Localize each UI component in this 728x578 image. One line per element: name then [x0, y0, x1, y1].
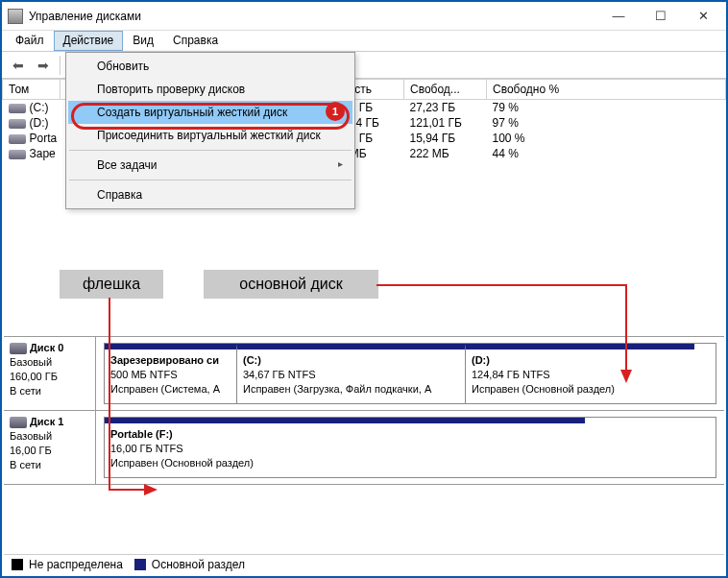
partition-status: Исправен (Основной раздел) [472, 382, 689, 397]
dd-separator [69, 150, 352, 151]
partition-size: 124,84 ГБ NTFS [472, 368, 689, 382]
dd-refresh[interactable]: Обновить [68, 55, 352, 78]
partition-status: Исправен (Система, А [110, 382, 231, 397]
maximize-button[interactable]: ☐ [640, 3, 682, 30]
annotation-badge-1: 1 [326, 102, 345, 121]
partition[interactable]: (C:)34,67 ГБ NTFSИсправен (Загрузка, Фай… [237, 344, 466, 403]
dd-separator [69, 180, 352, 181]
dd-all-tasks[interactable]: Все задачи [68, 154, 352, 177]
partition-status: Исправен (Основной раздел) [110, 456, 579, 470]
legend-label-primary: Основной раздел [152, 558, 245, 571]
minimize-button[interactable]: — [597, 3, 640, 30]
disk-row: Диск 1Базовый16,00 ГБВ сетиPortable (F:)… [4, 411, 724, 485]
disk-size: 160,00 ГБ [10, 371, 58, 382]
disk-name: Диск 0 [30, 342, 63, 353]
dd-help[interactable]: Справка [68, 183, 352, 206]
col-free[interactable]: Свобод... [404, 80, 487, 100]
disk-row: Диск 0Базовый160,00 ГБВ сетиЗарезервиров… [4, 337, 724, 411]
disk-icon [10, 417, 27, 428]
title-bar: Управление дисками — ☐ ✕ [2, 2, 726, 31]
partition-title: Portable (F:) [110, 427, 579, 442]
menu-view[interactable]: Вид [123, 31, 163, 51]
col-pct[interactable]: Свободно % [487, 80, 726, 100]
partition[interactable]: (D:)124,84 ГБ NTFSИсправен (Основной раз… [466, 344, 694, 403]
window-buttons: — ☐ ✕ [597, 3, 724, 30]
disk-partitions: Portable (F:)16,00 ГБ NTFSИсправен (Осно… [96, 411, 724, 484]
col-volume[interactable]: Том [3, 80, 61, 100]
disk-size: 16,00 ГБ [10, 445, 52, 456]
partition-title: Зарезервировано си [110, 353, 231, 368]
disk-icon [10, 343, 27, 354]
disk-panel: Диск 0Базовый160,00 ГБВ сетиЗарезервиров… [4, 336, 724, 485]
disk-type: Базовый [10, 356, 52, 368]
disk-partitions: Зарезервировано си500 МБ NTFSИсправен (С… [96, 337, 724, 410]
disk-icon [9, 134, 26, 144]
disk-status: В сети [10, 385, 41, 397]
disk-info[interactable]: Диск 0Базовый160,00 ГБВ сети [4, 337, 96, 410]
partition[interactable]: Зарезервировано си500 МБ NTFSИсправен (С… [105, 344, 237, 403]
cell-free: 222 МБ [404, 146, 487, 161]
legend-label-unalloc: Не распределена [29, 558, 123, 571]
disk-icon [9, 104, 26, 113]
disk-icon [9, 150, 26, 159]
partition-title: (D:) [472, 353, 689, 368]
dd-rescan[interactable]: Повторить проверку дисков [68, 78, 352, 101]
nav-forward-button[interactable]: ➡ [33, 55, 54, 76]
annotation-flash-label: флешка [60, 270, 163, 299]
cell-pct: 100 % [487, 131, 726, 146]
disk-name: Диск 1 [30, 416, 63, 427]
menu-bar: Файл Действие Вид Справка [2, 31, 726, 52]
cell-free: 121,01 ГБ [404, 115, 487, 131]
close-button[interactable]: ✕ [682, 3, 724, 30]
dd-attach-vhd[interactable]: Присоединить виртуальный жесткий диск [68, 124, 352, 147]
app-icon [8, 9, 23, 24]
legend-swatch-unalloc [12, 559, 23, 570]
cell-vol: (D:) [3, 115, 61, 131]
cell-free: 15,94 ГБ [404, 131, 487, 146]
cell-free: 27,23 ГБ [404, 100, 487, 116]
partition-status: Исправен (Загрузка, Файл подкачки, А [243, 382, 459, 397]
partition[interactable]: Portable (F:)16,00 ГБ NTFSИсправен (Осно… [105, 418, 585, 477]
dd-create-vhd[interactable]: Создать виртуальный жесткий диск [68, 101, 352, 124]
cell-vol: Заре [3, 146, 61, 161]
window-title: Управление дисками [29, 10, 597, 23]
menu-help[interactable]: Справка [163, 31, 228, 51]
annotation-maindisk-label: основной диск [204, 270, 378, 299]
legend-swatch-primary [134, 559, 146, 570]
nav-back-button[interactable]: ⬅ [8, 55, 29, 76]
cell-pct: 79 % [487, 100, 726, 116]
menu-action[interactable]: Действие [54, 31, 124, 51]
disk-info[interactable]: Диск 1Базовый16,00 ГБВ сети [4, 411, 96, 484]
cell-vol: Porta [3, 131, 61, 146]
partition-size: 16,00 ГБ NTFS [110, 442, 579, 456]
cell-pct: 97 % [487, 115, 726, 131]
partition-title: (C:) [243, 353, 459, 368]
partition-size: 34,67 ГБ NTFS [243, 368, 459, 382]
toolbar-separator [60, 56, 61, 75]
disk-status: В сети [10, 459, 41, 470]
cell-vol: (C:) [3, 100, 61, 116]
action-dropdown-menu: Обновить Повторить проверку дисков Созда… [65, 52, 355, 209]
menu-file[interactable]: Файл [6, 31, 54, 51]
legend-bar: Не распределена Основной раздел [4, 554, 724, 574]
partition-size: 500 МБ NTFS [110, 368, 231, 382]
disk-type: Базовый [10, 430, 52, 442]
disk-icon [9, 119, 26, 129]
cell-pct: 44 % [487, 146, 726, 161]
